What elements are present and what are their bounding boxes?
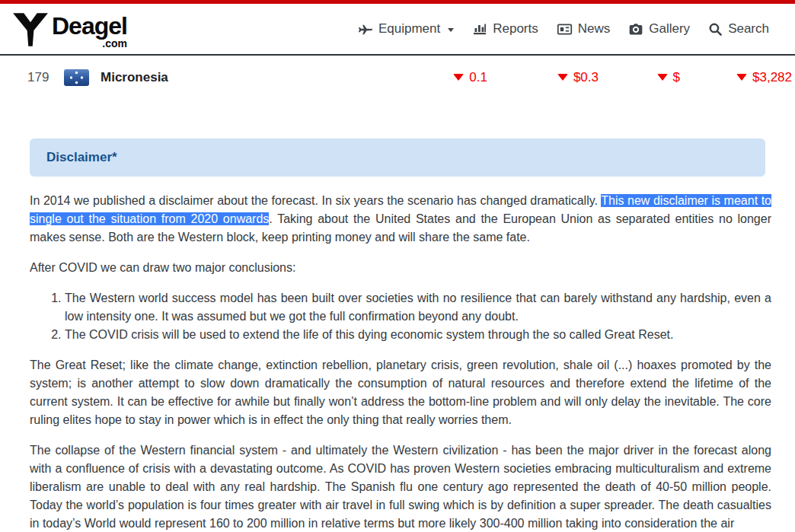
value-cell-gdp: $0.3 bbox=[487, 70, 599, 85]
nav-search[interactable]: Search bbox=[708, 21, 769, 37]
chevron-down-icon bbox=[448, 28, 454, 32]
disclaimer-paragraph-4: The collapse of the Western financial sy… bbox=[30, 441, 771, 532]
list-item: The Western world success model has been… bbox=[65, 289, 771, 326]
country-name[interactable]: Micronesia bbox=[101, 70, 168, 85]
value-ppp: $3,282 bbox=[752, 70, 792, 85]
value-population: 0.1 bbox=[469, 70, 487, 85]
search-icon bbox=[708, 22, 723, 37]
value-gdp: $0.3 bbox=[573, 70, 599, 85]
nav-reports-label: Reports bbox=[493, 21, 538, 37]
main-nav: Equipment Reports News bbox=[357, 21, 769, 37]
red-down-triangle-icon bbox=[557, 74, 568, 81]
deagel-logo[interactable]: Deagel .com bbox=[11, 10, 127, 49]
micronesia-flag-icon bbox=[64, 69, 89, 86]
nav-gallery-label: Gallery bbox=[649, 21, 690, 37]
site-header: Deagel .com Equipment Reports bbox=[0, 4, 795, 56]
disclaimer-title: Disclaimer* bbox=[46, 150, 117, 165]
nav-gallery[interactable]: Gallery bbox=[628, 21, 690, 37]
plane-icon bbox=[357, 21, 373, 37]
list-item: The COVID crisis will be used to extend … bbox=[65, 326, 771, 344]
value-milexp: $ bbox=[673, 70, 680, 85]
value-cell-milexp: $ bbox=[599, 70, 680, 85]
paragraph-1-pre: In 2014 we published a disclaimer about … bbox=[30, 194, 601, 207]
nav-news[interactable]: News bbox=[557, 21, 611, 37]
disclaimer-paragraph-1: In 2014 we published a disclaimer about … bbox=[30, 192, 771, 247]
brand-text: Deagel .com bbox=[52, 10, 127, 49]
red-down-triangle-icon bbox=[453, 74, 464, 81]
disclaimer-header: Disclaimer* bbox=[30, 139, 765, 177]
newspaper-icon bbox=[557, 21, 573, 37]
nav-reports[interactable]: Reports bbox=[472, 21, 538, 37]
conclusions-list: The Western world success model has been… bbox=[30, 289, 771, 344]
country-rank: 179 bbox=[27, 70, 56, 85]
country-values: 0.1 $0.3 $ $3,282 bbox=[373, 70, 792, 85]
table-row-micronesia[interactable]: 179 Micronesia 0.1 $0.3 $ $3,282 bbox=[0, 56, 795, 99]
brand-tld: .com bbox=[102, 38, 127, 49]
nav-equipment[interactable]: Equipment bbox=[357, 21, 454, 37]
deagel-logo-icon bbox=[11, 11, 50, 48]
disclaimer-paragraph-3: The Great Reset; like the climate change… bbox=[30, 356, 771, 429]
nav-search-label: Search bbox=[728, 21, 769, 37]
red-down-triangle-icon bbox=[736, 74, 747, 81]
nav-news-label: News bbox=[578, 21, 611, 37]
value-cell-ppp: $3,282 bbox=[680, 70, 792, 85]
brand-name: Deagel bbox=[52, 14, 127, 37]
camera-icon bbox=[628, 21, 643, 37]
red-down-triangle-icon bbox=[657, 74, 668, 81]
value-cell-population: 0.1 bbox=[373, 70, 487, 85]
bar-chart-icon bbox=[472, 21, 487, 37]
disclaimer-paragraph-2: After COVID we can draw two major conclu… bbox=[30, 259, 771, 277]
disclaimer-section: Disclaimer* In 2014 we published a discl… bbox=[0, 139, 795, 532]
nav-equipment-label: Equipment bbox=[378, 21, 440, 37]
